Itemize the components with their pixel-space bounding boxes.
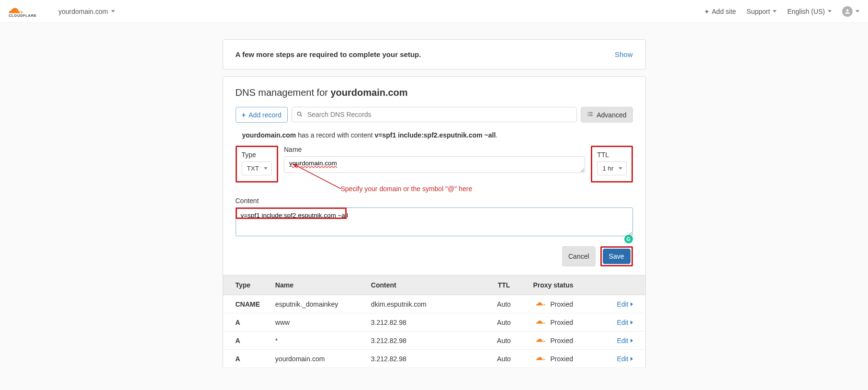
cell-name: esputnik._domainkey xyxy=(268,295,363,313)
type-select[interactable]: TXT xyxy=(242,161,272,175)
chevron-down-icon xyxy=(828,10,832,12)
ttl-label: TTL xyxy=(597,151,626,159)
save-highlight: Save xyxy=(600,246,633,266)
grammarly-icon[interactable]: G xyxy=(624,235,633,243)
account-menu[interactable] xyxy=(842,6,859,17)
svg-point-5 xyxy=(588,114,589,115)
th-name: Name xyxy=(268,275,363,295)
edit-link[interactable]: Edit xyxy=(617,319,632,326)
edit-link[interactable]: Edit xyxy=(617,355,632,363)
th-ttl: TTL xyxy=(483,275,526,295)
th-content: Content xyxy=(363,275,483,295)
svg-text:CLOUDFLARE: CLOUDFLARE xyxy=(9,13,37,17)
cloud-icon xyxy=(533,355,546,363)
msg-end: . xyxy=(496,131,497,139)
svg-rect-8 xyxy=(589,115,593,116)
add-site-label: Add site xyxy=(712,8,736,15)
chevron-right-icon xyxy=(631,321,633,324)
cell-type: CNAME xyxy=(223,295,268,313)
cell-proxy: Proxied xyxy=(526,332,607,350)
domain-picker[interactable]: yourdomain.com xyxy=(58,8,115,15)
cloud-icon xyxy=(533,318,546,326)
cloud-icon xyxy=(533,300,546,308)
plus-icon: + xyxy=(705,8,709,15)
cell-content: dkim.esputnik.com xyxy=(363,295,483,313)
annotation-text: Specify your domain or the symbol "@" he… xyxy=(341,185,473,193)
cell-content: 3.212.82.98 xyxy=(363,332,483,350)
dns-records-table: Type Name Content TTL Proxy status CNAME… xyxy=(223,275,645,368)
cloud-icon xyxy=(533,336,546,344)
add-record-label: Add record xyxy=(248,111,281,119)
domain-picker-label: yourdomain.com xyxy=(58,8,108,15)
cell-ttl: Auto xyxy=(483,313,526,332)
svg-rect-6 xyxy=(589,114,593,114)
advanced-label: Advanced xyxy=(597,111,626,119)
content-label: Content xyxy=(236,197,633,205)
cell-name: www xyxy=(268,313,363,332)
msg-content: v=spf1 include:spf2.esputnik.com ~all xyxy=(375,131,496,139)
cell-proxy: Proxied xyxy=(526,313,607,332)
edit-link[interactable]: Edit xyxy=(617,300,632,308)
svg-rect-4 xyxy=(589,112,593,113)
cell-name: * xyxy=(268,332,363,350)
msg-mid: has a record with content xyxy=(296,131,374,139)
name-input[interactable] xyxy=(284,157,585,171)
table-row: Ayourdomain.com3.212.82.98AutoProxiedEdi… xyxy=(223,350,645,368)
chevron-down-icon xyxy=(264,167,268,170)
cell-type: A xyxy=(223,313,268,332)
dns-panel: DNS management for yourdomain.com + Add … xyxy=(223,76,646,368)
chevron-down-icon xyxy=(111,10,115,12)
table-row: Awww3.212.82.98AutoProxiedEdit xyxy=(223,313,645,332)
save-label: Save xyxy=(609,252,624,260)
add-record-button[interactable]: + Add record xyxy=(236,107,288,123)
ttl-highlight: TTL 1 hr xyxy=(591,146,632,183)
svg-point-3 xyxy=(588,112,589,113)
cell-content: 3.212.82.98 xyxy=(363,350,483,368)
chevron-down-icon xyxy=(619,167,622,170)
cell-proxy: Proxied xyxy=(526,295,607,313)
banner-show-link[interactable]: Show xyxy=(615,50,633,58)
chevron-right-icon xyxy=(631,357,633,361)
add-site-link[interactable]: + Add site xyxy=(705,8,736,15)
support-menu[interactable]: Support xyxy=(746,8,777,15)
cell-type: A xyxy=(223,350,268,368)
search-input[interactable] xyxy=(292,107,577,122)
table-row: A*3.212.82.98AutoProxiedEdit xyxy=(223,332,645,350)
top-bar: CLOUDFLARE yourdomain.com + Add site Sup… xyxy=(0,0,868,23)
setup-banner: A few more steps are required to complet… xyxy=(223,39,646,69)
user-icon xyxy=(842,6,853,17)
chevron-down-icon xyxy=(773,10,777,12)
ttl-value: 1 hr xyxy=(602,165,613,172)
language-label: English (US) xyxy=(787,8,825,15)
th-type: Type xyxy=(223,275,268,295)
chevron-down-icon xyxy=(856,10,859,12)
name-label: Name xyxy=(284,146,585,153)
ttl-select[interactable]: 1 hr xyxy=(597,161,626,175)
save-button[interactable]: Save xyxy=(603,249,631,264)
cell-ttl: Auto xyxy=(483,332,526,350)
content-textarea[interactable] xyxy=(236,207,633,236)
th-proxy: Proxy status xyxy=(526,275,607,295)
existing-record-msg: yourdomain.com has a record with content… xyxy=(242,131,633,139)
cell-name: yourdomain.com xyxy=(268,350,363,368)
cloudflare-logo[interactable]: CLOUDFLARE xyxy=(9,5,48,18)
panel-title-domain: yourdomain.com xyxy=(330,87,407,98)
svg-line-2 xyxy=(301,115,302,116)
cell-type: A xyxy=(223,332,268,350)
edit-link[interactable]: Edit xyxy=(617,337,632,344)
type-value: TXT xyxy=(247,165,259,172)
language-menu[interactable]: English (US) xyxy=(787,8,832,15)
plus-icon: + xyxy=(242,111,246,118)
chevron-right-icon xyxy=(631,339,633,343)
msg-domain: yourdomain.com xyxy=(242,131,296,139)
table-row: CNAMEesputnik._domainkeydkim.esputnik.co… xyxy=(223,295,645,313)
type-highlight: Type TXT xyxy=(236,146,279,183)
panel-title-prefix: DNS management for xyxy=(236,87,331,98)
cell-ttl: Auto xyxy=(483,350,526,368)
banner-text: A few more steps are required to complet… xyxy=(236,50,421,58)
cell-ttl: Auto xyxy=(483,295,526,313)
advanced-button[interactable]: Advanced xyxy=(581,107,632,123)
cancel-button[interactable]: Cancel xyxy=(562,246,596,266)
panel-title: DNS management for yourdomain.com xyxy=(236,87,633,98)
svg-point-1 xyxy=(297,112,301,115)
